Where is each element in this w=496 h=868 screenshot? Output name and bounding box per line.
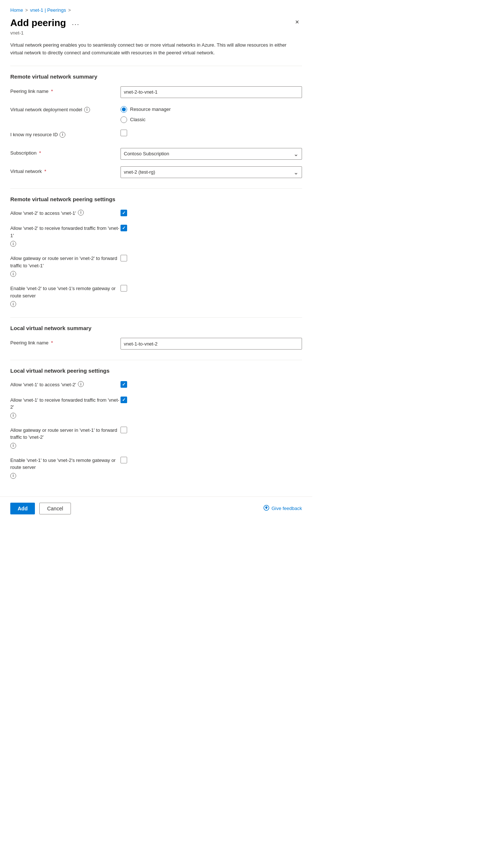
- more-options-button[interactable]: ...: [70, 18, 82, 28]
- subscription-row: Subscription * Contoso Subscription: [10, 148, 302, 160]
- local-setting-4-label: Enable 'vnet-1' to use 'vnet-2's remote …: [10, 456, 121, 479]
- remote-setting-2-checkbox[interactable]: [121, 225, 127, 231]
- virtual-network-label: Virtual network *: [10, 166, 121, 174]
- feedback-icon: [263, 505, 269, 512]
- virtual-network-select-wrapper: vnet-2 (test-rg): [121, 166, 302, 178]
- local-virtual-network-summary: Local virtual network summary Peering li…: [10, 325, 302, 350]
- subscription-label: Subscription *: [10, 148, 121, 156]
- deployment-model-row: Virtual network deployment model i Resou…: [10, 105, 302, 123]
- remote-virtual-network-summary: Remote virtual network summary Peering l…: [10, 73, 302, 178]
- deployment-model-label: Virtual network deployment model i: [10, 105, 121, 113]
- radio-classic-label: Classic: [130, 117, 145, 122]
- local-setting-2-checkbox[interactable]: [121, 397, 127, 403]
- remote-peering-link-name-label: Peering link name *: [10, 86, 121, 94]
- local-peering-link-name-row: Peering link name *: [10, 338, 302, 350]
- remote-setting-3-label: Allow gateway or route server in 'vnet-2…: [10, 254, 121, 277]
- local-setting-3-row: Allow gateway or route server in 'vnet-1…: [10, 426, 302, 449]
- remote-setting-1-label: Allow 'vnet-2' to access 'vnet-1' i: [10, 209, 121, 217]
- local-setting-1-info-icon[interactable]: i: [78, 381, 84, 387]
- footer: Add Cancel Give feedback: [0, 496, 312, 520]
- radio-resource-manager-label: Resource manager: [130, 106, 171, 112]
- breadcrumb-vnet-peerings[interactable]: vnet-1 | Peerings: [30, 7, 66, 13]
- give-feedback-label: Give feedback: [272, 506, 302, 511]
- virtual-network-required-star: *: [44, 169, 46, 174]
- local-setting-1-checkbox[interactable]: [121, 381, 127, 388]
- know-resource-id-control: [121, 130, 302, 137]
- remote-setting-4-control: [121, 284, 127, 292]
- subscription-required-star: *: [39, 150, 41, 156]
- remote-peering-link-name-row: Peering link name *: [10, 86, 302, 98]
- local-setting-3-checkbox[interactable]: [121, 427, 127, 433]
- radio-classic[interactable]: Classic: [121, 116, 302, 123]
- radio-resource-manager-input[interactable]: [121, 106, 127, 113]
- local-setting-1-control: [121, 380, 127, 388]
- remote-setting-1-checkbox[interactable]: [121, 210, 127, 216]
- remote-setting-3-row: Allow gateway or route server in 'vnet-2…: [10, 254, 302, 277]
- local-summary-title: Local virtual network summary: [10, 325, 302, 331]
- remote-setting-4-row: Enable 'vnet-2' to use 'vnet-1's remote …: [10, 284, 302, 307]
- deployment-model-info-icon[interactable]: i: [84, 107, 90, 113]
- page-title: Add peering: [10, 17, 66, 29]
- local-required-star: *: [51, 340, 53, 346]
- local-setting-4-checkbox[interactable]: [121, 457, 127, 463]
- radio-resource-manager[interactable]: Resource manager: [121, 106, 302, 113]
- local-setting-2-label: Allow 'vnet-1' to receive forwarded traf…: [10, 396, 121, 419]
- remote-peering-link-name-control: [121, 86, 302, 98]
- virtual-network-control: vnet-2 (test-rg): [121, 166, 302, 178]
- remote-setting-2-label: Allow 'vnet-2' to receive forwarded traf…: [10, 224, 121, 247]
- local-setting-2-control: [121, 396, 127, 403]
- local-peering-link-name-input[interactable]: [121, 338, 302, 350]
- remote-peering-link-name-input[interactable]: [121, 86, 302, 98]
- local-setting-3-control: [121, 426, 127, 433]
- know-resource-id-checkbox[interactable]: [121, 130, 127, 136]
- give-feedback-link[interactable]: Give feedback: [263, 505, 302, 512]
- resource-id-info-icon[interactable]: i: [60, 132, 65, 138]
- radio-classic-input[interactable]: [121, 116, 127, 123]
- know-resource-id-row: I know my resource ID i: [10, 130, 302, 141]
- deployment-model-control: Resource manager Classic: [121, 105, 302, 123]
- remote-peering-settings-title: Remote virtual network peering settings: [10, 196, 302, 202]
- remote-setting-1-control: [121, 209, 127, 216]
- remote-setting-1-row: Allow 'vnet-2' to access 'vnet-1' i: [10, 209, 302, 217]
- local-setting-4-control: [121, 456, 127, 463]
- local-setting-1-label: Allow 'vnet-1' to access 'vnet-2' i: [10, 380, 121, 388]
- remote-setting-3-checkbox[interactable]: [121, 255, 127, 261]
- remote-setting-3-info-icon[interactable]: i: [10, 271, 16, 277]
- page-header: Add peering ... ×: [10, 17, 302, 29]
- local-peering-link-name-label: Peering link name *: [10, 338, 121, 346]
- page-description: Virtual network peering enables you to s…: [10, 41, 297, 57]
- remote-setting-4-checkbox[interactable]: [121, 285, 127, 292]
- local-setting-4-row: Enable 'vnet-1' to use 'vnet-2's remote …: [10, 456, 302, 479]
- remote-peering-settings: Remote virtual network peering settings …: [10, 196, 302, 307]
- local-setting-4-info-icon[interactable]: i: [10, 473, 16, 479]
- subscription-control: Contoso Subscription: [121, 148, 302, 160]
- add-button[interactable]: Add: [10, 503, 35, 514]
- remote-setting-2-control: [121, 224, 127, 231]
- local-peering-link-name-control: [121, 338, 302, 350]
- local-setting-1-row: Allow 'vnet-1' to access 'vnet-2' i: [10, 380, 302, 388]
- local-setting-2-row: Allow 'vnet-1' to receive forwarded traf…: [10, 396, 302, 419]
- remote-setting-2-row: Allow 'vnet-2' to receive forwarded traf…: [10, 224, 302, 247]
- remote-setting-4-label: Enable 'vnet-2' to use 'vnet-1's remote …: [10, 284, 121, 307]
- page-subtitle: vnet-1: [10, 30, 302, 36]
- breadcrumb-sep1: >: [25, 8, 28, 13]
- subscription-select-wrapper: Contoso Subscription: [121, 148, 302, 160]
- local-peering-settings-title: Local virtual network peering settings: [10, 368, 302, 374]
- remote-setting-2-info-icon[interactable]: i: [10, 241, 16, 247]
- remote-setting-4-info-icon[interactable]: i: [10, 301, 16, 307]
- virtual-network-row: Virtual network * vnet-2 (test-rg): [10, 166, 302, 178]
- remote-setting-1-info-icon[interactable]: i: [78, 210, 84, 216]
- local-setting-2-info-icon[interactable]: i: [10, 413, 16, 419]
- close-button[interactable]: ×: [292, 17, 302, 27]
- remote-summary-title: Remote virtual network summary: [10, 73, 302, 80]
- virtual-network-select[interactable]: vnet-2 (test-rg): [121, 166, 302, 178]
- subscription-select[interactable]: Contoso Subscription: [121, 148, 302, 160]
- breadcrumb-sep2: >: [68, 8, 71, 13]
- know-resource-id-label: I know my resource ID i: [10, 130, 121, 138]
- breadcrumb-home[interactable]: Home: [10, 7, 23, 13]
- local-setting-3-label: Allow gateway or route server in 'vnet-1…: [10, 426, 121, 449]
- cancel-button[interactable]: Cancel: [39, 503, 71, 514]
- required-star: *: [51, 88, 53, 94]
- local-setting-3-info-icon[interactable]: i: [10, 443, 16, 449]
- local-peering-settings: Local virtual network peering settings A…: [10, 368, 302, 479]
